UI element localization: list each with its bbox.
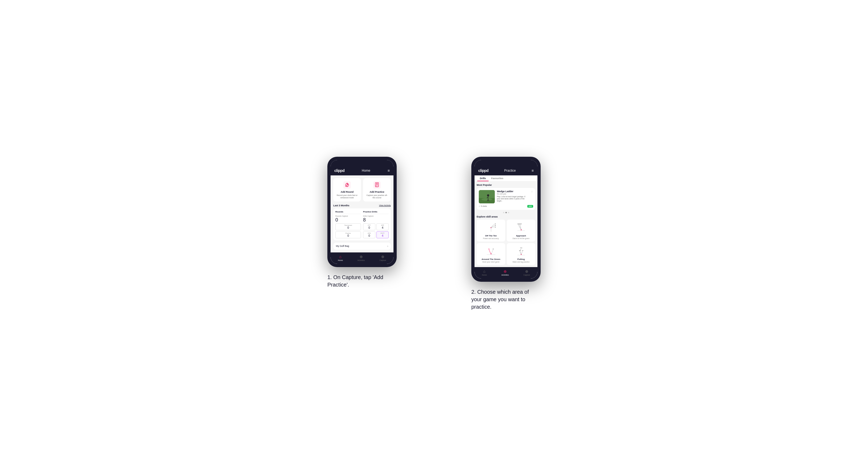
- nav-activities-2[interactable]: ⊕ Activities: [501, 269, 509, 276]
- golf-bag-row[interactable]: My Golf Bag ›: [333, 243, 391, 250]
- svg-point-3: [347, 186, 348, 187]
- svg-point-24: [521, 223, 521, 224]
- phone-section-2: clippd Practice ≡ Drills Favourites Most…: [445, 157, 567, 311]
- hamburger-icon-2[interactable]: ≡: [532, 168, 534, 173]
- drill-thumbnail: [479, 190, 495, 204]
- putting-icon: [515, 245, 527, 257]
- tab-drills[interactable]: Drills: [477, 176, 489, 181]
- svg-point-10: [487, 194, 489, 196]
- view-activity-link[interactable]: View Activity: [379, 204, 391, 207]
- practice-box: Practice 0: [335, 231, 361, 238]
- add-round-card[interactable]: Add Round Record your shots fast or enha…: [333, 178, 361, 201]
- approach-title: Approach: [516, 235, 526, 237]
- stats-card: Rounds Rounds Capture 0 Tournament 0: [333, 209, 391, 241]
- nav-capture-2[interactable]: ⊕ Capture: [524, 269, 530, 276]
- ott-app-row: OTT 0 APP 4: [363, 223, 389, 230]
- dot-2: [505, 212, 507, 213]
- svg-point-23: [520, 223, 520, 224]
- status-bar-2: [474, 160, 537, 166]
- svg-point-9: [482, 198, 492, 201]
- svg-rect-4: [373, 181, 381, 189]
- drill-yardage: 50-100 yds: [497, 193, 529, 195]
- svg-point-17: [495, 225, 496, 226]
- ott-subtitle: Power and accuracy: [483, 238, 499, 239]
- svg-point-32: [522, 250, 523, 251]
- approach-subtitle: Dial-in to hit the green: [513, 238, 530, 239]
- rounds-col: Rounds Rounds Capture 0 Tournament 0: [335, 211, 361, 238]
- skill-grid: Off The Tee Power and accuracy: [477, 220, 535, 265]
- screen-content-1: Add Round Record your shots fast or enha…: [331, 176, 394, 252]
- tournament-row: Tournament 0: [335, 223, 361, 230]
- star-icon[interactable]: ☆: [531, 190, 533, 193]
- stats-period: Last 3 Months: [333, 204, 349, 207]
- nav-capture-1[interactable]: ⊕ Capture: [380, 254, 386, 261]
- app-logo-1: clippd: [334, 168, 344, 173]
- ott-value: 0: [365, 226, 374, 229]
- drills-capture-label: Drills Capture: [363, 215, 389, 217]
- arg-value: 0: [365, 234, 374, 237]
- drill-info: Wedge Ladder 50-100 yds Play 1 shot at e…: [497, 190, 529, 204]
- page-wrapper: clippd Home ≡: [301, 157, 567, 311]
- bottom-nav-1: ⌂ Home ⊕ Activities ⊕ Capture: [331, 252, 394, 264]
- nav-activities-1[interactable]: ⊕ Activities: [358, 254, 365, 261]
- most-popular-label: Most Popular: [477, 184, 535, 186]
- tournament-box: Tournament 0: [335, 223, 361, 230]
- home-icon-1: ⌂: [339, 254, 341, 259]
- stats-section-header: Last 3 Months View Activity: [333, 204, 391, 207]
- capture-icon-2: ⊕: [525, 269, 528, 274]
- drills-title: Practice Drills: [363, 211, 389, 214]
- arg-icon: [485, 245, 497, 257]
- activities-label-2: Activities: [501, 274, 509, 276]
- app-logo-2: clippd: [478, 168, 488, 173]
- skill-card-arg[interactable]: Around The Green Hone your short game: [477, 243, 505, 265]
- caption-1: 1. On Capture, tap 'Add Practice'.: [328, 274, 397, 288]
- putt-box: PUTT 4: [376, 231, 389, 238]
- svg-point-34: [520, 247, 522, 248]
- stats-grid: Rounds Rounds Capture 0 Tournament 0: [335, 211, 389, 238]
- practice-tabs: Drills Favourites: [474, 176, 537, 182]
- svg-point-22: [519, 223, 519, 224]
- add-round-icon: [343, 181, 351, 189]
- rounds-title: Rounds: [335, 211, 361, 214]
- chevron-right-icon: ›: [388, 245, 388, 248]
- rounds-sub-stats: Tournament 0 Practice 0: [335, 223, 361, 238]
- svg-point-6: [376, 183, 378, 184]
- hamburger-icon-1[interactable]: ≡: [388, 168, 390, 173]
- add-round-title: Add Round: [341, 191, 354, 193]
- shots-count: 9 shots: [481, 205, 487, 207]
- nav-home-1[interactable]: ⌂ Home: [338, 254, 343, 261]
- app-header-2: clippd Practice ≡: [474, 166, 537, 176]
- featured-card-footer: ○ 9 shots APP: [479, 205, 533, 208]
- add-round-subtitle: Record your shots fast or enhanced mode: [335, 194, 359, 199]
- practice-screen: Most Popular: [474, 182, 537, 267]
- practice-value: 0: [337, 234, 360, 237]
- featured-drill-card[interactable]: Wedge Ladder 50-100 yds Play 1 shot at e…: [477, 188, 535, 210]
- activities-icon-2: ⊕: [503, 269, 507, 274]
- bottom-nav-2: ⌂ Home ⊕ Activities ⊕ Capture: [474, 267, 537, 279]
- golf-bag-label: My Golf Bag: [336, 245, 349, 247]
- app-header-1: clippd Home ≡: [331, 166, 394, 176]
- arg-putt-row: ARG 0 PUTT 4: [363, 231, 389, 238]
- drills-col: Practice Drills Drills Capture 8 OTT 0: [363, 211, 389, 238]
- skill-card-putting[interactable]: Putting Make and lag practice: [507, 243, 535, 265]
- featured-card-inner: Wedge Ladder 50-100 yds Play 1 shot at e…: [479, 190, 533, 204]
- dots-indicator: [477, 212, 535, 213]
- skill-card-approach[interactable]: Approach Dial-in to hit the green: [507, 220, 535, 242]
- svg-point-33: [520, 249, 521, 250]
- activities-icon-1: ⊕: [360, 254, 363, 259]
- capture-label-2: Capture: [524, 274, 530, 276]
- dot-3: [508, 212, 509, 213]
- home-label-1: Home: [338, 259, 343, 261]
- home-label-2: Home: [482, 274, 487, 276]
- svg-point-27: [488, 248, 490, 249]
- add-practice-card[interactable]: Add Practice Capture your practice off-t…: [363, 178, 391, 201]
- explore-label: Explore skill areas: [477, 215, 535, 218]
- nav-home-2[interactable]: ⌂ Home: [482, 269, 487, 276]
- tab-favourites[interactable]: Favourites: [489, 176, 506, 181]
- phone-2: clippd Practice ≡ Drills Favourites Most…: [471, 157, 540, 282]
- skill-card-ott[interactable]: Off The Tee Power and accuracy: [477, 220, 505, 242]
- svg-point-21: [518, 223, 518, 224]
- ott-title: Off The Tee: [485, 235, 497, 237]
- phone-2-screen: clippd Practice ≡ Drills Favourites Most…: [474, 160, 537, 279]
- ott-icon: [485, 222, 497, 234]
